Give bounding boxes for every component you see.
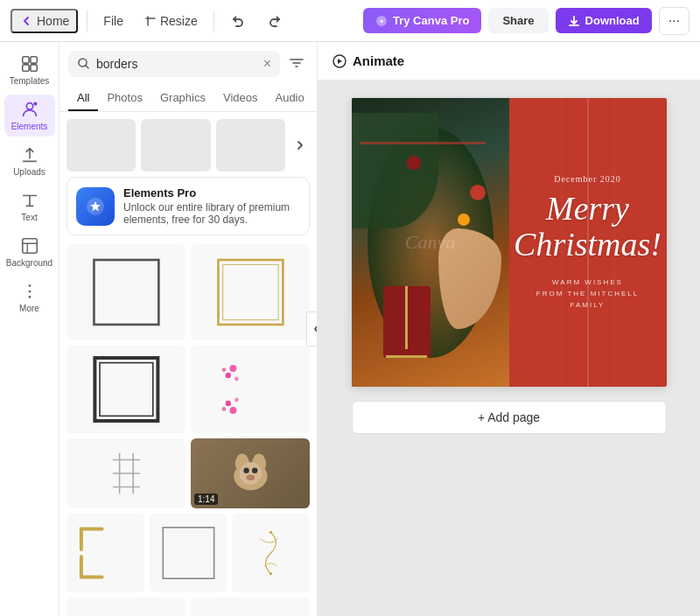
sidebar-item-more-label: More [19, 304, 39, 313]
topbar-right: ✦ Try Canva Pro Share Download ··· [363, 7, 690, 35]
file-label: File [103, 14, 123, 28]
resize-icon [144, 15, 157, 27]
sidebar-item-templates[interactable]: Templates [4, 49, 55, 91]
svg-rect-4 [22, 65, 28, 71]
svg-rect-16 [222, 264, 277, 319]
border-item-4[interactable] [191, 346, 310, 433]
upload-icon [20, 145, 39, 164]
sidebar-item-templates-label: Templates [10, 76, 50, 86]
tab-audio[interactable]: Audio [266, 86, 312, 111]
border-item-5[interactable] [66, 438, 186, 508]
canvas-scroll[interactable]: Canva December 2020 MerryChrist [318, 80, 700, 616]
svg-rect-39 [163, 528, 214, 578]
sidebar-item-elements[interactable]: Elements [4, 94, 55, 136]
clear-search-button[interactable]: × [263, 56, 271, 72]
panel-collapse-button[interactable] [306, 312, 318, 346]
svg-point-22 [234, 377, 239, 382]
loading-row [66, 119, 310, 172]
christmas-card[interactable]: Canva December 2020 MerryChrist [352, 98, 667, 387]
svg-point-11 [28, 296, 31, 298]
svg-point-40 [270, 531, 272, 534]
animate-label: Animate [353, 53, 404, 68]
more-button[interactable]: ··· [659, 7, 690, 35]
redo-button[interactable] [260, 10, 290, 32]
border-row-3: 1:14 [66, 438, 310, 508]
christmas-warm-wishes: WARM WISHES FROM THE MITCHELL FAMILY [523, 277, 653, 311]
border-row-4 [66, 514, 310, 592]
resize-label: Resize [160, 14, 198, 28]
border-row-5 [66, 598, 310, 616]
svg-rect-14 [94, 260, 158, 325]
download-button[interactable]: Download [556, 8, 652, 33]
svg-point-36 [243, 468, 248, 473]
border-item-1[interactable] [66, 244, 186, 340]
design-card[interactable]: Canva December 2020 MerryChrist [352, 98, 667, 387]
border-row-2 [66, 346, 310, 433]
add-page-label: + Add page [478, 410, 540, 424]
filter-button[interactable] [285, 52, 308, 77]
sidebar-item-background-label: Background [6, 258, 52, 268]
dog-image [203, 445, 298, 501]
border-item-2[interactable] [191, 244, 310, 340]
border-item-8[interactable] [232, 514, 310, 592]
tab-photos[interactable]: Photos [98, 86, 150, 111]
sidebar-item-text-label: Text [21, 213, 37, 222]
border-item-7[interactable] [150, 514, 228, 592]
animate-button[interactable]: Animate [332, 53, 404, 69]
try-canva-button[interactable]: ✦ Try Canva Pro [363, 8, 481, 33]
tab-videos[interactable]: Videos [214, 86, 267, 111]
svg-rect-5 [30, 65, 36, 71]
border-row-1 [66, 244, 310, 340]
christmas-title: MerryChristmas! [514, 191, 662, 264]
loading-bar-3 [216, 119, 285, 172]
pro-star-icon [83, 194, 108, 219]
elements-pro-banner[interactable]: Elements Pro Unlock our entire library o… [66, 177, 310, 235]
svg-point-38 [246, 475, 255, 480]
svg-point-37 [252, 468, 257, 473]
elements-panel: × All Photos Graphics Videos Audio [60, 42, 318, 616]
svg-rect-15 [218, 260, 283, 325]
border-item-6[interactable] [66, 514, 144, 592]
loading-bar-2 [141, 119, 210, 172]
divider2 [214, 10, 214, 32]
elements-pro-desc: Unlock our entire library of premium ele… [123, 201, 300, 226]
canva-icon: ✦ [375, 15, 388, 27]
download-label: Download [585, 14, 640, 27]
border-item-divider-2[interactable] [191, 598, 310, 616]
search-input[interactable] [96, 57, 258, 71]
redo-icon [267, 13, 283, 29]
home-button[interactable]: Home [10, 9, 78, 33]
sidebar-item-uploads-label: Uploads [13, 167, 46, 177]
sidebar-item-background[interactable]: Background [4, 231, 55, 273]
svg-point-20 [221, 368, 226, 372]
tab-all[interactable]: All [68, 86, 98, 111]
panel-search-area: × [60, 42, 317, 82]
loading-bar-1 [66, 119, 136, 172]
more-dots-icon [20, 282, 39, 301]
svg-rect-17 [94, 358, 158, 421]
resize-button[interactable]: Resize [137, 10, 205, 32]
border-item-divider-1[interactable] [66, 598, 186, 616]
sidebar-item-text[interactable]: Text [4, 186, 55, 228]
share-button[interactable]: Share [488, 8, 548, 33]
more-results-button[interactable] [290, 119, 310, 172]
elements-icon [20, 100, 39, 119]
video-duration-badge: 1:14 [194, 494, 218, 505]
file-button[interactable]: File [96, 10, 130, 32]
undo-icon [230, 13, 246, 29]
sidebar-item-more[interactable]: More [4, 276, 55, 318]
undo-button[interactable] [223, 10, 253, 32]
topbar-left: Home File Resize [10, 9, 356, 33]
sidebar: Templates Elements Uploads Text [0, 42, 60, 616]
sidebar-item-uploads[interactable]: Uploads [4, 140, 55, 182]
add-page-button[interactable]: + Add page [352, 401, 667, 434]
border-item-3[interactable] [66, 346, 186, 433]
svg-point-24 [221, 407, 226, 411]
tab-graphics[interactable]: Graphics [151, 86, 214, 111]
svg-point-23 [225, 401, 230, 406]
chevron-right-icon [294, 139, 306, 151]
download-icon [568, 15, 580, 27]
border-item-video[interactable]: 1:14 [191, 438, 310, 508]
svg-point-41 [270, 572, 272, 575]
elements-pro-icon [76, 187, 115, 226]
